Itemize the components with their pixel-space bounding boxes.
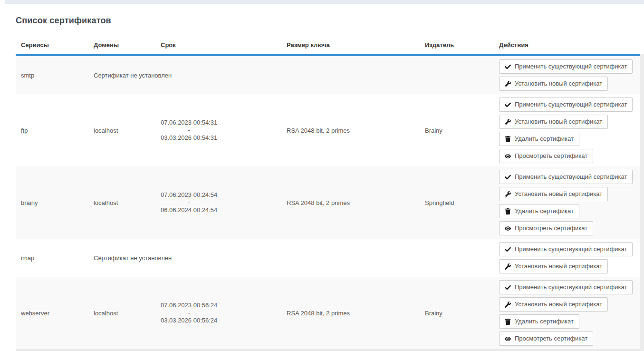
table-header-row: Сервисы Домены Срок Размер ключа Издател… (16, 37, 640, 55)
actions-cell: Применить существующий сертификат Устано… (494, 94, 640, 166)
term-from: 07.06.2023 00:56:24 (161, 302, 217, 309)
delete-certificate-button[interactable]: Удалить сертификат (499, 314, 579, 329)
actions-cell: Применить существующий сертификат Устано… (494, 166, 640, 239)
term-cell: 07.06.2023 00:56:24 - 03.03.2026 00:56:2… (155, 277, 281, 349)
term-separator: - (161, 199, 217, 206)
service-cell: brainy (16, 166, 88, 239)
term-from: 07.06.2023 00:24:54 (161, 191, 217, 199)
key-size-cell (281, 239, 420, 277)
certificates-table: Сервисы Домены Срок Размер ключа Издател… (16, 37, 640, 349)
domain-cell: Сертификат не установлен (88, 55, 155, 94)
table-row-brainy: brainy localhost 07.06.2023 00:24:54 - 0… (16, 166, 640, 239)
button-label: Применить существующий сертификат (515, 245, 627, 253)
page-title: Список сертификатов (16, 16, 640, 26)
left-edge-line (5, 0, 5, 351)
check-icon (505, 64, 511, 70)
button-label: Установить новый сертификат (515, 80, 602, 88)
term-to: 03.03.2026 00:56:24 (161, 317, 217, 324)
install-new-certificate-button[interactable]: Установить новый сертификат (499, 77, 608, 91)
service-cell: webserver (16, 277, 88, 349)
view-certificate-button[interactable]: Просмотреть сертификат (499, 221, 593, 235)
button-label: Установить новый сертификат (515, 301, 602, 308)
table-row-imap: imap Сертификат не установлен Применить … (16, 239, 640, 277)
button-label: Применить существующий сертификат (515, 101, 627, 108)
table-row-webserver: webserver localhost 07.06.2023 00:56:24 … (16, 277, 640, 349)
actions-cell: Применить существующий сертификат Устано… (494, 55, 640, 94)
domain-cell: localhost (88, 94, 155, 166)
install-new-certificate-button[interactable]: Установить новый сертификат (499, 187, 608, 201)
key-size-cell (281, 55, 420, 94)
service-cell: ftp (16, 94, 88, 166)
column-header-key-size: Размер ключа (281, 37, 420, 55)
wrench-icon (505, 119, 511, 125)
button-label: Удалить сертификат (515, 207, 574, 215)
eye-icon (505, 225, 511, 232)
actions-cell: Применить существующий сертификат Устано… (494, 239, 640, 277)
term-to: 03.03.2026 00:54:31 (161, 134, 217, 142)
button-label: Установить новый сертификат (515, 118, 602, 126)
table-row-smtp: smtp Сертификат не установлен Применить … (16, 55, 640, 94)
column-header-domains: Домены (88, 37, 155, 55)
domain-cell: localhost (88, 166, 155, 239)
install-new-certificate-button[interactable]: Установить новый сертификат (499, 259, 608, 273)
eye-icon (505, 336, 511, 342)
column-header-term: Срок (155, 37, 281, 55)
trash-icon (505, 208, 511, 214)
term-cell (155, 55, 281, 94)
check-icon (505, 102, 511, 108)
certificates-panel: Список сертификатов Сервисы Домены Срок … (16, 4, 640, 349)
term-to: 06.06.2024 00:24:54 (161, 206, 217, 214)
view-certificate-button[interactable]: Просмотреть сертификат (499, 332, 593, 346)
delete-certificate-button[interactable]: Удалить сертификат (499, 132, 579, 146)
service-cell: smtp (16, 55, 88, 94)
key-size-cell: RSA 2048 bit, 2 primes (281, 277, 420, 349)
apply-existing-certificate-button[interactable]: Применить существующий сертификат (499, 59, 633, 74)
button-label: Применить существующий сертификат (515, 63, 627, 70)
apply-existing-certificate-button[interactable]: Применить существующий сертификат (499, 170, 633, 184)
button-label: Просмотреть сертификат (515, 335, 587, 342)
button-label: Просмотреть сертификат (515, 152, 587, 160)
term-cell (155, 239, 281, 277)
term-cell: 07.06.2023 00:24:54 - 06.06.2024 00:24:5… (155, 166, 281, 239)
issuer-cell: Brainy (420, 94, 494, 166)
page: Список сертификатов Сервисы Домены Срок … (0, 0, 644, 351)
top-edge-band (5, 0, 644, 4)
delete-certificate-button[interactable]: Удалить сертификат (499, 204, 579, 218)
apply-existing-certificate-button[interactable]: Применить существующий сертификат (499, 242, 633, 256)
actions-cell: Применить существующий сертификат Устано… (494, 277, 640, 349)
button-label: Просмотреть сертификат (515, 224, 587, 232)
button-label: Применить существующий сертификат (515, 173, 627, 181)
domain-cell: localhost (88, 277, 155, 349)
term-separator: - (161, 127, 217, 134)
eye-icon (505, 153, 511, 159)
wrench-icon (505, 81, 511, 87)
check-icon (505, 174, 511, 180)
column-header-actions: Действия (494, 37, 640, 55)
issuer-cell: Brainy (420, 277, 494, 349)
button-label: Установить новый сертификат (515, 190, 602, 198)
service-cell: imap (16, 239, 88, 277)
right-edge-band (640, 54, 644, 351)
apply-existing-certificate-button[interactable]: Применить существующий сертификат (499, 98, 633, 112)
column-header-issuer: Издатель (420, 37, 494, 55)
button-label: Удалить сертификат (515, 135, 574, 143)
install-new-certificate-button[interactable]: Установить новый сертификат (499, 297, 608, 312)
button-label: Установить новый сертификат (515, 263, 602, 270)
term-cell: 07.06.2023 00:54:31 - 03.03.2026 00:54:3… (155, 94, 281, 166)
check-icon (505, 284, 511, 291)
issuer-cell (420, 239, 494, 277)
check-icon (505, 246, 511, 253)
issuer-cell (420, 55, 494, 94)
trash-icon (505, 136, 511, 142)
key-size-cell: RSA 2048 bit, 2 primes (281, 94, 420, 166)
install-new-certificate-button[interactable]: Установить новый сертификат (499, 115, 608, 129)
trash-icon (505, 319, 511, 325)
apply-existing-certificate-button[interactable]: Применить существующий сертификат (499, 280, 633, 294)
domain-cell: Сертификат не установлен (88, 239, 155, 277)
wrench-icon (505, 191, 511, 197)
table-row-ftp: ftp localhost 07.06.2023 00:54:31 - 03.0… (16, 94, 640, 166)
view-certificate-button[interactable]: Просмотреть сертификат (499, 149, 593, 163)
button-label: Применить существующий сертификат (515, 283, 627, 291)
wrench-icon (505, 302, 511, 308)
wrench-icon (505, 263, 511, 270)
